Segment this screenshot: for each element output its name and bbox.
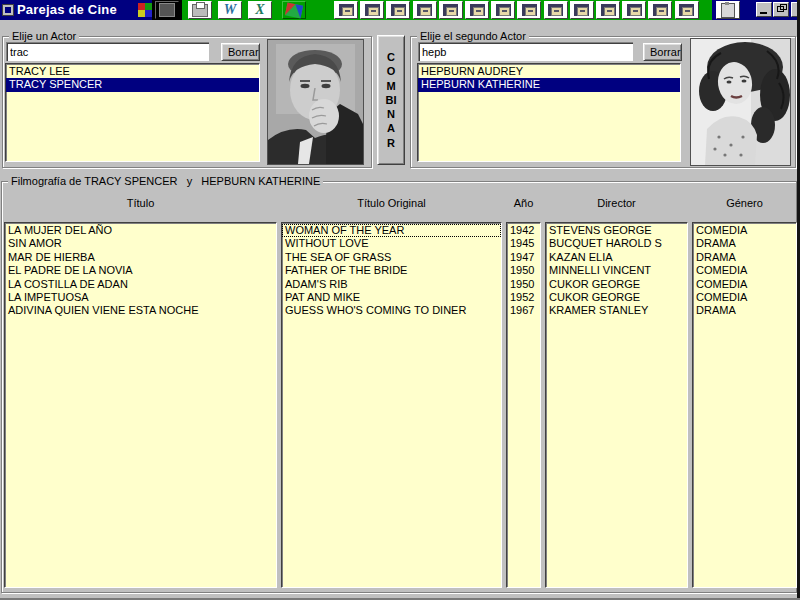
binder-icon xyxy=(522,4,537,16)
palette-button[interactable] xyxy=(282,1,306,19)
binder-icon xyxy=(496,4,511,16)
clipboard-icon xyxy=(721,3,735,18)
binder-button[interactable] xyxy=(570,1,594,19)
binder-button[interactable] xyxy=(413,1,437,19)
film-cell-titulo[interactable]: LA COSTILLA DE ADAN xyxy=(5,278,276,291)
combine-button[interactable]: COMBINAR xyxy=(377,35,405,165)
column-header-ano: Año xyxy=(506,197,541,209)
katharine-hepburn-portrait xyxy=(691,39,790,165)
minimize-button[interactable] xyxy=(756,2,772,17)
film-cell-ano[interactable]: 1950 xyxy=(507,264,540,277)
binder-button[interactable] xyxy=(439,1,463,19)
binder-button[interactable] xyxy=(517,1,541,19)
film-cell-ano[interactable]: 1942 xyxy=(507,224,540,237)
binder-icon xyxy=(601,4,616,16)
film-cell-titulo[interactable]: SIN AMOR xyxy=(5,237,276,250)
film-cell-original[interactable]: PAT AND MIKE xyxy=(282,291,501,304)
film-cell-director[interactable]: CUKOR GEORGE xyxy=(546,278,687,291)
binder-button[interactable] xyxy=(675,1,699,19)
film-cell-original[interactable]: FATHER OF THE BRIDE xyxy=(282,264,501,277)
word-button[interactable]: W xyxy=(218,1,242,19)
binder-icon xyxy=(365,4,380,16)
printer-icon xyxy=(192,4,208,17)
film-year-listbox[interactable]: 1942194519471950195019521967 xyxy=(506,222,541,588)
actor2-clear-button[interactable]: Borrar xyxy=(643,43,682,61)
binder-icon xyxy=(470,4,485,16)
spencer-tracy-portrait xyxy=(268,40,363,164)
film-cell-ano[interactable]: 1952 xyxy=(507,291,540,304)
actor2-search-input[interactable] xyxy=(418,42,633,61)
combine-button-label: COMBINAR xyxy=(386,50,397,149)
binder-icon xyxy=(548,4,563,16)
list-item[interactable]: TRACY LEE xyxy=(6,65,259,78)
list-item[interactable]: HEPBURN KATHERINE xyxy=(418,78,680,91)
dark-app-icon-button[interactable] xyxy=(155,1,179,19)
film-cell-director[interactable]: CUKOR GEORGE xyxy=(546,291,687,304)
film-cell-ano[interactable]: 1967 xyxy=(507,304,540,317)
film-cell-original[interactable]: THE SEA OF GRASS xyxy=(282,251,501,264)
film-cell-titulo[interactable]: MAR DE HIERBA xyxy=(5,251,276,264)
actor1-clear-button[interactable]: Borrar xyxy=(221,43,260,61)
film-cell-genero[interactable]: COMEDIA xyxy=(693,278,796,291)
actor1-photo xyxy=(267,39,364,165)
binder-icon xyxy=(627,4,642,16)
film-cell-ano[interactable]: 1947 xyxy=(507,251,540,264)
film-cell-titulo[interactable]: ADIVINA QUIEN VIENE ESTA NOCHE xyxy=(5,304,276,317)
film-cell-titulo[interactable]: LA IMPETUOSA xyxy=(5,291,276,304)
binder-button[interactable] xyxy=(465,1,489,19)
filmography-group-label: Filmografía de TRACY SPENCER y HEPBURN K… xyxy=(8,175,323,187)
binder-icon xyxy=(653,4,668,16)
word-icon: W xyxy=(224,2,236,18)
film-cell-director[interactable]: BUCQUET HAROLD S xyxy=(546,237,687,250)
film-cell-genero[interactable]: DRAMA xyxy=(693,251,796,264)
palette-icon xyxy=(285,2,303,18)
column-header-titulo-original: Título Original xyxy=(281,197,502,209)
film-cell-original[interactable]: GUESS WHO'S COMING TO DINER xyxy=(282,304,501,317)
binder-button[interactable] xyxy=(622,1,646,19)
film-cell-director[interactable]: KAZAN ELIA xyxy=(546,251,687,264)
binder-button[interactable] xyxy=(596,1,620,19)
film-cell-ano[interactable]: 1945 xyxy=(507,237,540,250)
binder-icon xyxy=(417,4,432,16)
binder-icon xyxy=(391,4,406,16)
film-cell-titulo[interactable]: EL PADRE DE LA NOVIA xyxy=(5,264,276,277)
film-genre-listbox[interactable]: COMEDIADRAMADRAMACOMEDIACOMEDIACOMEDIADR… xyxy=(692,222,797,588)
film-cell-director[interactable]: MINNELLI VINCENT xyxy=(546,264,687,277)
film-title-listbox[interactable]: LA MUJER DEL AÑOSIN AMORMAR DE HIERBAEL … xyxy=(4,222,277,588)
film-cell-ano[interactable]: 1950 xyxy=(507,278,540,291)
film-original-title-listbox[interactable]: WOMAN OF THE YEARWITHOUT LOVETHE SEA OF … xyxy=(281,222,502,588)
film-cell-original[interactable]: WITHOUT LOVE xyxy=(282,237,501,250)
restore-button[interactable] xyxy=(773,2,789,17)
binder-icon xyxy=(339,4,354,16)
film-cell-director[interactable]: KRAMER STANLEY xyxy=(546,304,687,317)
film-cell-genero[interactable]: COMEDIA xyxy=(693,291,796,304)
actor2-listbox[interactable]: HEPBURN AUDREYHEPBURN KATHERINE xyxy=(417,63,681,162)
film-cell-director[interactable]: STEVENS GEORGE xyxy=(546,224,687,237)
excel-button[interactable]: X xyxy=(248,1,272,19)
app-icon[interactable] xyxy=(2,4,14,16)
binder-button[interactable] xyxy=(544,1,568,19)
film-cell-original[interactable]: ADAM'S RIB xyxy=(282,278,501,291)
film-cell-genero[interactable]: COMEDIA xyxy=(693,264,796,277)
column-header-director: Director xyxy=(545,197,688,209)
film-cell-titulo[interactable]: LA MUJER DEL AÑO xyxy=(5,224,276,237)
binder-button[interactable] xyxy=(648,1,672,19)
binder-button[interactable] xyxy=(386,1,410,19)
film-cell-genero[interactable]: COMEDIA xyxy=(693,224,796,237)
list-item[interactable]: TRACY SPENCER xyxy=(6,78,259,91)
binder-button[interactable] xyxy=(360,1,384,19)
clipboard-button[interactable] xyxy=(716,1,740,19)
film-director-listbox[interactable]: STEVENS GEORGEBUCQUET HAROLD SKAZAN ELIA… xyxy=(545,222,688,588)
printer-button[interactable] xyxy=(188,1,212,19)
app-window: Parejas de Cine W X Elije un Actor Bor xyxy=(0,0,800,600)
office-logo-icon xyxy=(138,3,152,17)
list-item[interactable]: HEPBURN AUDREY xyxy=(418,65,680,78)
film-cell-original[interactable]: WOMAN OF THE YEAR xyxy=(282,224,501,237)
film-cell-genero[interactable]: DRAMA xyxy=(693,237,796,250)
binder-button[interactable] xyxy=(491,1,515,19)
actor1-listbox[interactable]: TRACY LEETRACY SPENCER xyxy=(5,63,260,162)
actor1-search-input[interactable] xyxy=(6,42,209,61)
film-cell-genero[interactable]: DRAMA xyxy=(693,304,796,317)
excel-icon: X xyxy=(255,2,264,18)
binder-button[interactable] xyxy=(334,1,358,19)
